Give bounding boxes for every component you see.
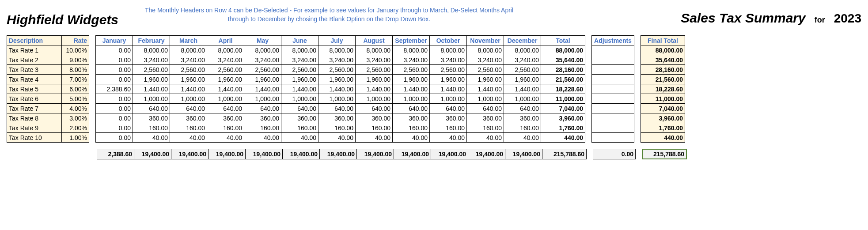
data-cell: 1,000.00 (133, 94, 170, 104)
data-cell: 0.00 (96, 123, 133, 133)
row-total-cell: 28,160.00 (541, 65, 585, 75)
data-cell: 160.00 (393, 123, 430, 133)
month-header[interactable]: August (356, 36, 393, 45)
month-header[interactable]: April (207, 36, 244, 45)
adjustment-cell[interactable] (592, 75, 634, 84)
adjustment-cell[interactable] (592, 133, 634, 143)
data-cell: 160.00 (281, 123, 318, 133)
data-cell: 40.00 (133, 133, 170, 143)
table-row: 0.0040.0040.0040.0040.0040.0040.0040.004… (96, 133, 585, 143)
monthly-data-table: JanuaryFebruaryMarchAprilMayJuneJulyAugu… (95, 35, 585, 143)
data-cell: 1,000.00 (244, 94, 281, 104)
data-cell: 360.00 (318, 113, 356, 123)
month-header[interactable]: July (318, 36, 356, 45)
rate-value: 4.00% (62, 104, 89, 113)
data-cell: 40.00 (356, 133, 393, 143)
final-total-table: Final Total 88,000.0035,640.0028,160.002… (641, 35, 685, 143)
rate-name: Tax Rate 5 (7, 84, 62, 94)
data-cell: 0.00 (96, 104, 133, 113)
column-sum-cell: 19,400.00 (208, 149, 246, 159)
table-row: Tax Rate 83.00% (7, 113, 89, 123)
data-cell: 1,960.00 (504, 75, 541, 84)
header-rate: Rate (62, 36, 89, 45)
data-cell: 160.00 (467, 123, 504, 133)
month-header[interactable]: November (467, 36, 504, 45)
table-row: Tax Rate 110.00% (7, 45, 89, 55)
data-cell: 1,000.00 (170, 94, 207, 104)
header-description: Description (7, 36, 62, 45)
data-cell: 160.00 (504, 123, 541, 133)
adjustment-cell[interactable] (592, 94, 634, 104)
month-header[interactable]: June (281, 36, 318, 45)
column-sum-cell: 19,400.00 (505, 149, 542, 159)
row-total-cell: 35,640.00 (541, 55, 585, 65)
data-cell: 640.00 (244, 104, 281, 113)
data-cell: 2,560.00 (244, 65, 281, 75)
month-header[interactable]: January (96, 36, 133, 45)
month-header[interactable]: May (244, 36, 281, 45)
description-rate-table: Description Rate Tax Rate 110.00%Tax Rat… (7, 35, 89, 143)
adjustment-cell[interactable] (592, 45, 634, 55)
column-sum-cell: 19,400.00 (468, 149, 505, 159)
data-cell: 360.00 (281, 113, 318, 123)
data-cell: 0.00 (96, 75, 133, 84)
month-header[interactable]: December (504, 36, 541, 45)
data-cell: 640.00 (281, 104, 318, 113)
month-header[interactable]: September (393, 36, 430, 45)
column-sum-cell: 19,400.00 (431, 149, 468, 159)
final-total-cell: 35,640.00 (641, 55, 685, 65)
data-cell: 1,440.00 (393, 84, 430, 94)
rate-value: 8.00% (62, 65, 89, 75)
data-cell: 360.00 (467, 113, 504, 123)
data-cell: 1,000.00 (318, 94, 356, 104)
table-row: Tax Rate 29.00% (7, 55, 89, 65)
data-cell: 1,960.00 (430, 75, 467, 84)
data-cell: 360.00 (393, 113, 430, 123)
data-cell: 2,560.00 (281, 65, 318, 75)
final-total-cell: 7,040.00 (641, 104, 685, 113)
data-cell: 360.00 (356, 113, 393, 123)
month-header[interactable]: February (133, 36, 170, 45)
data-cell: 160.00 (356, 123, 393, 133)
adj-sum-cell: 0.00 (593, 149, 636, 159)
rate-value: 2.00% (62, 123, 89, 133)
adjustment-cell[interactable] (592, 113, 634, 123)
data-cell: 40.00 (281, 133, 318, 143)
final-total-cell: 21,560.00 (641, 75, 685, 84)
report-year: 2023 (834, 11, 861, 26)
data-cell: 2,560.00 (430, 65, 467, 75)
data-cell: 640.00 (133, 104, 170, 113)
table-row: 0.00160.00160.00160.00160.00160.00160.00… (96, 123, 585, 133)
adjustment-cell[interactable] (592, 123, 634, 133)
column-sum-cell: 19,400.00 (134, 149, 171, 159)
data-cell: 1,000.00 (430, 94, 467, 104)
data-cell: 360.00 (244, 113, 281, 123)
table-row: 0.003,240.003,240.003,240.003,240.003,24… (96, 55, 585, 65)
data-cell: 1,960.00 (170, 75, 207, 84)
month-header[interactable]: March (170, 36, 207, 45)
rate-value: 1.00% (62, 133, 89, 143)
adjustment-cell[interactable] (592, 104, 634, 113)
adjustments-sum: 0.00 (593, 149, 636, 159)
data-cell: 3,240.00 (281, 55, 318, 65)
month-header[interactable]: Total (541, 36, 585, 45)
data-cell: 1,000.00 (393, 94, 430, 104)
row-total-cell: 440.00 (541, 133, 585, 143)
month-header[interactable]: October (430, 36, 467, 45)
data-cell: 2,560.00 (318, 65, 356, 75)
adjustment-cell[interactable] (592, 65, 634, 75)
data-cell: 40.00 (207, 133, 244, 143)
adjustment-cell[interactable] (592, 84, 634, 94)
data-cell: 3,240.00 (133, 55, 170, 65)
data-cell: 0.00 (96, 94, 133, 104)
adjustments-table: Adjustments (591, 35, 634, 143)
row-total-cell: 11,000.00 (541, 94, 585, 104)
adjustment-cell[interactable] (592, 55, 634, 65)
column-sum-cell: 19,400.00 (394, 149, 431, 159)
row-total-cell: 21,560.00 (541, 75, 585, 84)
row-total-cell: 3,960.00 (541, 113, 585, 123)
column-sum-cell: 19,400.00 (171, 149, 208, 159)
final-total-cell: 3,960.00 (641, 113, 685, 123)
data-cell: 2,388.60 (96, 84, 133, 94)
data-cell: 1,960.00 (281, 75, 318, 84)
